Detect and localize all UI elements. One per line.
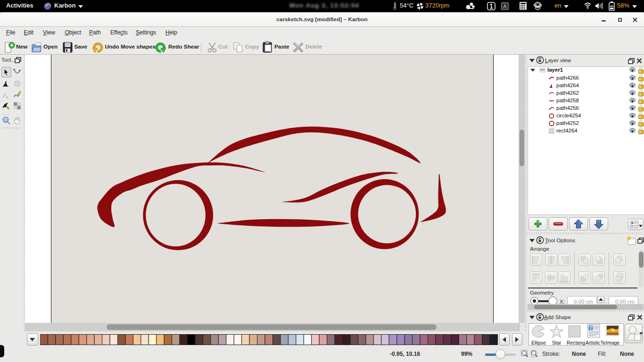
svg-text:x: x <box>6 95 8 99</box>
svg-text:T: T <box>589 325 593 330</box>
svg-text:(:): (:) <box>4 118 7 122</box>
